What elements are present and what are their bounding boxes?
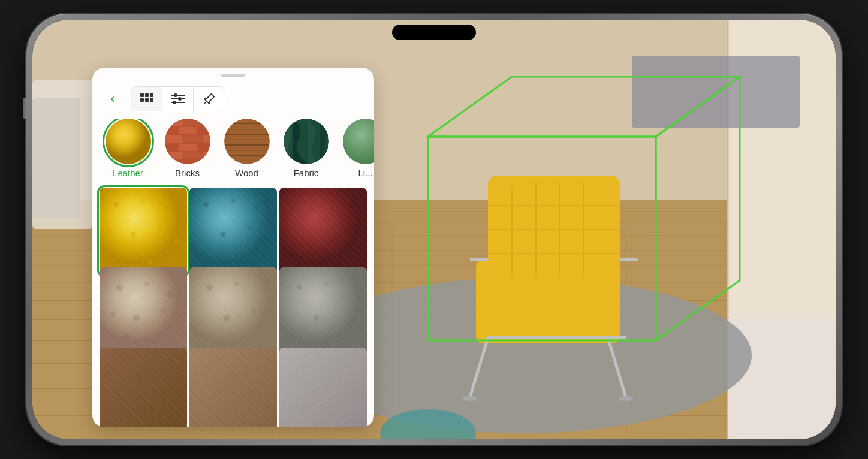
texture-teal[interactable]	[189, 188, 277, 275]
svg-rect-76	[198, 144, 210, 151]
svg-rect-51	[140, 98, 144, 102]
svg-rect-129	[189, 348, 277, 427]
texture-beige2[interactable]	[189, 267, 277, 355]
texture-ltgray[interactable]	[279, 348, 367, 427]
svg-rect-66	[184, 119, 202, 126]
pin-icon	[203, 92, 216, 105]
svg-point-102	[171, 256, 176, 261]
svg-rect-70	[198, 127, 210, 134]
svg-point-57	[178, 97, 182, 101]
svg-point-106	[254, 205, 260, 210]
svg-point-107	[221, 232, 226, 237]
svg-rect-49	[145, 93, 149, 97]
li-circle	[343, 119, 375, 164]
leather-label: Leather	[113, 168, 143, 178]
svg-rect-79	[203, 152, 210, 159]
back-button[interactable]: ‹	[102, 88, 123, 110]
svg-rect-119	[189, 267, 277, 355]
grid-view-button[interactable]	[131, 87, 162, 111]
svg-rect-65	[165, 119, 183, 126]
svg-point-100	[121, 253, 125, 257]
svg-point-95	[164, 205, 170, 210]
texture-yellow[interactable]	[100, 188, 187, 275]
svg-point-59	[173, 101, 176, 104]
svg-point-104	[204, 202, 209, 207]
category-wood[interactable]: Wood	[218, 119, 275, 178]
texture-tan[interactable]	[189, 348, 277, 427]
svg-point-93	[114, 202, 119, 207]
bricks-label: Bricks	[175, 168, 200, 178]
svg-rect-109	[279, 188, 367, 275]
svg-point-112	[144, 282, 149, 287]
li-label: Li...	[358, 168, 372, 178]
svg-rect-67	[203, 119, 210, 126]
svg-point-126	[324, 282, 328, 286]
svg-rect-103	[189, 188, 277, 275]
svg-point-98	[158, 226, 162, 230]
svg-point-101	[147, 259, 153, 264]
svg-rect-124	[279, 267, 367, 355]
svg-point-117	[123, 335, 129, 342]
fabric-label: Fabric	[294, 168, 319, 178]
svg-point-114	[110, 312, 116, 317]
panel-handle	[221, 74, 245, 77]
svg-rect-52	[145, 98, 149, 102]
svg-point-113	[167, 291, 173, 298]
svg-rect-71	[165, 135, 183, 143]
svg-point-118	[150, 339, 156, 344]
phone-notch	[392, 25, 476, 40]
svg-point-105	[231, 199, 236, 203]
svg-point-111	[116, 284, 123, 291]
sliders-icon	[171, 93, 185, 104]
sliders-button[interactable]	[162, 87, 194, 111]
svg-line-61	[204, 102, 207, 104]
pin-button[interactable]	[194, 87, 225, 111]
svg-rect-48	[140, 93, 144, 97]
svg-point-122	[223, 315, 230, 321]
svg-rect-72	[184, 135, 202, 143]
svg-point-125	[297, 285, 302, 291]
texture-grid	[92, 185, 374, 427]
toolbar: ‹	[92, 81, 374, 119]
svg-line-60	[207, 94, 211, 98]
svg-rect-46	[32, 98, 80, 218]
svg-rect-78	[184, 152, 202, 159]
svg-point-38	[463, 396, 477, 401]
category-bricks[interactable]: Bricks	[159, 119, 216, 178]
svg-rect-92	[100, 188, 187, 275]
texture-beige1[interactable]	[100, 267, 187, 355]
svg-rect-68	[165, 127, 178, 134]
svg-rect-74	[165, 144, 178, 151]
svg-rect-75	[179, 144, 197, 151]
svg-point-96	[107, 230, 111, 234]
texture-brown[interactable]	[100, 348, 187, 427]
svg-rect-110	[100, 267, 187, 355]
phone-screen: ‹	[32, 20, 836, 439]
material-panel: ‹	[92, 68, 374, 427]
texture-gray[interactable]	[279, 267, 367, 355]
category-row: Leather	[92, 119, 374, 185]
svg-rect-128	[100, 348, 187, 427]
category-fabric[interactable]: Fabric	[278, 119, 334, 178]
svg-rect-53	[150, 98, 153, 102]
phone-frame: ‹	[26, 14, 842, 445]
svg-point-99	[174, 238, 180, 244]
wood-circle	[224, 119, 270, 164]
texture-darkred[interactable]	[279, 188, 367, 275]
svg-point-120	[206, 284, 213, 291]
category-leather[interactable]: Leather	[100, 119, 156, 178]
svg-point-97	[131, 232, 136, 237]
svg-point-62	[106, 119, 151, 164]
toolbar-actions	[131, 86, 225, 111]
svg-point-39	[619, 396, 633, 401]
leather-circle	[106, 119, 151, 164]
svg-rect-77	[165, 152, 183, 159]
svg-point-123	[251, 309, 256, 314]
svg-rect-73	[203, 135, 210, 143]
svg-rect-69	[179, 127, 197, 134]
svg-rect-50	[150, 93, 153, 97]
svg-point-121	[234, 282, 239, 287]
category-li[interactable]: Li...	[337, 119, 374, 178]
svg-point-94	[141, 199, 146, 203]
svg-point-55	[174, 93, 177, 97]
